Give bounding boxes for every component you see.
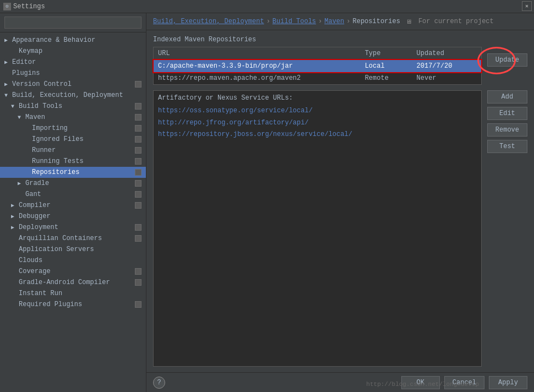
sidebar-label-version-control: Version Control <box>12 80 135 88</box>
col-type: Type <box>361 47 412 60</box>
sidebar-item-plugins[interactable]: Plugins <box>0 68 146 79</box>
tree-page-icon-coverage <box>135 268 141 275</box>
sidebar-item-maven[interactable]: ▼Maven <box>0 112 146 123</box>
tree-arrow-build-exec-deploy: ▼ <box>4 92 11 99</box>
side-buttons: Add Edit Remove Test <box>482 90 527 367</box>
tree-arrow-deployment: ▶ <box>11 224 18 231</box>
breadcrumb-link-3[interactable]: Maven <box>324 18 344 25</box>
sidebar-label-build-tools: Build Tools <box>19 102 135 110</box>
sidebar-label-importing: Importing <box>32 124 135 132</box>
sidebar-item-clouds[interactable]: Clouds <box>0 255 146 266</box>
sidebar-tree: ▶Appearance & BehaviorKeymap▶EditorPlugi… <box>0 32 146 392</box>
sidebar-item-build-tools[interactable]: ▼Build Tools <box>0 101 146 112</box>
tree-page-icon-repositories <box>135 169 141 176</box>
tree-page-icon-build-tools <box>135 103 141 110</box>
remove-button[interactable]: Remove <box>487 123 527 137</box>
table-row[interactable]: https://repo.maven.apache.org/maven2Remo… <box>154 72 481 84</box>
sidebar-item-gradle[interactable]: ▶Gradle <box>0 178 146 189</box>
sidebar-label-coverage: Coverage <box>19 268 135 275</box>
col-updated: Updated <box>412 47 481 60</box>
sidebar-item-repositories[interactable]: Repositories <box>0 167 146 178</box>
artifact-urls: https://oss.sonatype.org/service/local/h… <box>158 105 477 141</box>
title-bar: ⚙ Settings ✕ <box>0 0 534 13</box>
cell-url-1: https://repo.maven.apache.org/maven2 <box>154 72 361 84</box>
content-body: Indexed Maven Repositories URL Type Upda… <box>146 30 534 372</box>
tree-arrow-gradle: ▶ <box>18 180 24 187</box>
sidebar-item-compiler[interactable]: ▶Compiler <box>0 200 146 211</box>
sidebar-label-keymap: Keymap <box>19 47 141 55</box>
sidebar-label-gant: Gant <box>25 190 135 198</box>
tree-page-icon-runner <box>135 147 141 154</box>
sidebar-label-ignored-files: Ignored Files <box>32 135 135 143</box>
test-button[interactable]: Test <box>487 140 527 153</box>
main-layout: ▶Appearance & BehaviorKeymap▶EditorPlugi… <box>0 13 534 392</box>
tree-page-icon-running-tests <box>135 158 141 165</box>
artifact-title: Artifactory or Nexus Service URLs: <box>158 94 477 102</box>
tree-page-icon-maven <box>135 114 141 121</box>
artifact-url-2[interactable]: https://repository.jboss.org/nexus/servi… <box>158 129 477 141</box>
title-bar-text: Settings <box>13 3 45 10</box>
watermark: http://blog.csdn.net/longxuevip <box>366 381 479 388</box>
sidebar-label-runner: Runner <box>32 146 135 154</box>
tree-page-icon-arquillian <box>135 235 141 242</box>
close-button[interactable]: ✕ <box>522 1 532 11</box>
repo-table: URL Type Updated C:/apache-maven-3.3.9-b… <box>154 47 481 84</box>
sidebar-item-deployment[interactable]: ▶Deployment <box>0 222 146 233</box>
edit-button[interactable]: Edit <box>487 107 527 120</box>
sidebar-item-keymap[interactable]: Keymap <box>0 46 146 57</box>
breadcrumb-link-2[interactable]: Build Tools <box>273 18 316 25</box>
breadcrumb-icon: 🖥 <box>406 18 412 25</box>
sidebar-item-appearance[interactable]: ▶Appearance & Behavior <box>0 35 146 46</box>
tree-page-icon-gant <box>135 191 141 198</box>
bottom-section: Artifactory or Nexus Service URLs: https… <box>153 90 527 367</box>
sidebar-item-runner[interactable]: Runner <box>0 145 146 156</box>
sidebar-item-gradle-android[interactable]: Gradle-Android Compiler <box>0 277 146 288</box>
sidebar-item-instant-run[interactable]: Instant Run <box>0 288 146 299</box>
sidebar-item-version-control[interactable]: ▶Version Control <box>0 79 146 90</box>
footer-left: ? <box>153 377 165 389</box>
sidebar-label-repositories: Repositories <box>32 168 135 176</box>
sidebar-item-build-exec-deploy[interactable]: ▼Build, Execution, Deployment <box>0 90 146 101</box>
cell-type-0: Local <box>361 60 412 73</box>
col-url: URL <box>154 47 361 60</box>
breadcrumb-note: For current project <box>418 18 494 25</box>
artifact-url-0[interactable]: https://oss.sonatype.org/service/local/ <box>158 105 477 117</box>
artifact-url-1[interactable]: http://repo.jfrog.org/artifactory/api/ <box>158 117 477 129</box>
breadcrumb-current: Repositories <box>352 18 400 25</box>
sidebar-label-instant-run: Instant Run <box>19 290 141 297</box>
search-input[interactable] <box>4 17 141 29</box>
tree-page-icon-compiler <box>135 202 141 209</box>
sidebar-item-gant[interactable]: Gant <box>0 189 146 200</box>
sidebar-label-editor: Editor <box>12 58 141 66</box>
tree-arrow-editor: ▶ <box>4 59 11 66</box>
table-row[interactable]: C:/apache-maven-3.3.9-bin/prop/jarLocal2… <box>154 60 481 73</box>
search-box <box>0 13 146 32</box>
repo-section-title: Indexed Maven Repositories <box>153 36 482 43</box>
sidebar: ▶Appearance & BehaviorKeymap▶EditorPlugi… <box>0 13 146 392</box>
cell-url-0: C:/apache-maven-3.3.9-bin/prop/jar <box>154 60 361 73</box>
sidebar-label-required-plugins: Required Plugins <box>19 301 135 308</box>
sidebar-item-editor[interactable]: ▶Editor <box>0 57 146 68</box>
sidebar-item-running-tests[interactable]: Running Tests <box>0 156 146 167</box>
breadcrumb-link-1[interactable]: Build, Execution, Deployment <box>153 18 264 25</box>
artifact-area: Artifactory or Nexus Service URLs: https… <box>153 90 482 367</box>
sidebar-item-app-servers[interactable]: Application Servers <box>0 244 146 255</box>
sidebar-label-deployment: Deployment <box>19 224 135 231</box>
sidebar-item-arquillian[interactable]: Arquillian Containers <box>0 233 146 244</box>
sidebar-label-gradle-android: Gradle-Android Compiler <box>19 279 135 286</box>
sidebar-label-arquillian: Arquillian Containers <box>19 235 135 242</box>
update-btn-wrapper: Update <box>487 53 527 67</box>
help-button[interactable]: ? <box>153 377 165 389</box>
sidebar-label-plugins: Plugins <box>12 69 141 77</box>
update-button[interactable]: Update <box>487 53 527 67</box>
add-button[interactable]: Add <box>487 90 527 104</box>
tree-page-icon-importing <box>135 125 141 132</box>
sidebar-item-debugger[interactable]: ▶Debugger <box>0 211 146 222</box>
sidebar-label-maven: Maven <box>25 113 135 121</box>
sidebar-label-compiler: Compiler <box>19 202 135 209</box>
sidebar-item-ignored-files[interactable]: Ignored Files <box>0 134 146 145</box>
sidebar-item-importing[interactable]: Importing <box>0 123 146 134</box>
sidebar-item-coverage[interactable]: Coverage <box>0 266 146 277</box>
sidebar-item-required-plugins[interactable]: Required Plugins <box>0 299 146 310</box>
apply-button[interactable]: Apply <box>489 376 527 389</box>
